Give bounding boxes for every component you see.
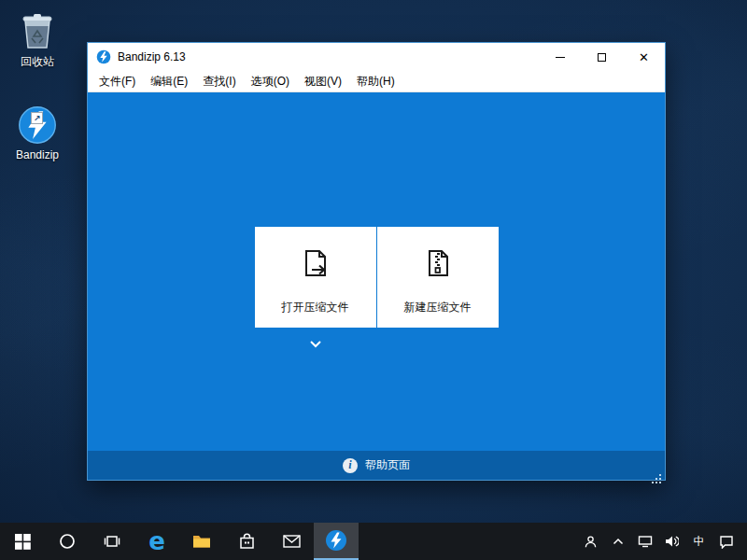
- menu-options[interactable]: 选项(O): [244, 71, 297, 92]
- resize-grip[interactable]: [659, 474, 661, 476]
- help-page-button[interactable]: i 帮助页面: [88, 451, 665, 480]
- desktop-icon-label: 回收站: [21, 54, 54, 70]
- new-archive-label: 新建压缩文件: [404, 300, 472, 315]
- bandizip-window: Bandizip 6.13 ✕ 文件(F) 编辑(E) 查找(I) 选项(O) …: [87, 42, 666, 481]
- action-center-button[interactable]: [712, 523, 740, 560]
- edge-icon: e: [148, 529, 165, 553]
- shortcut-arrow-badge: ↗: [31, 112, 43, 124]
- menu-view[interactable]: 视图(V): [297, 71, 349, 92]
- windows-start-icon: [15, 534, 31, 550]
- task-view-icon: [104, 534, 120, 549]
- people-icon: [584, 535, 598, 549]
- title-bar[interactable]: Bandizip 6.13 ✕: [88, 43, 665, 71]
- file-explorer-icon: [192, 534, 211, 549]
- desktop-icon-recycle-bin[interactable]: 回收站: [2, 9, 73, 70]
- menu-find[interactable]: 查找(I): [195, 71, 243, 92]
- speaker-icon: [665, 535, 679, 548]
- volume-button[interactable]: [658, 523, 685, 560]
- desktop-icon-label: Bandizip: [16, 148, 59, 161]
- menu-edit[interactable]: 编辑(E): [143, 71, 195, 92]
- maximize-icon: [598, 53, 606, 62]
- minimize-button[interactable]: [539, 43, 581, 71]
- store-button[interactable]: [224, 523, 269, 560]
- maximize-button[interactable]: [581, 43, 623, 71]
- new-archive-icon: [417, 245, 458, 287]
- store-bag-icon: [239, 533, 255, 550]
- cortana-search-button[interactable]: [45, 523, 90, 560]
- bandizip-taskbar-icon: [325, 529, 347, 552]
- minimize-icon: [556, 57, 565, 58]
- show-hidden-icons-button[interactable]: [604, 523, 631, 560]
- chevron-up-icon: [613, 538, 624, 545]
- menu-file[interactable]: 文件(F): [92, 71, 143, 92]
- file-explorer-button[interactable]: [179, 523, 224, 560]
- network-ethernet-icon: [638, 535, 653, 548]
- taskbar-empty-area: [359, 523, 577, 560]
- menu-help[interactable]: 帮助(H): [349, 71, 402, 92]
- taskbar: e: [0, 523, 747, 560]
- cortana-circle-icon: [59, 533, 76, 550]
- menu-bar: 文件(F) 编辑(E) 查找(I) 选项(O) 视图(V) 帮助(H): [88, 71, 665, 92]
- task-view-button[interactable]: [90, 523, 134, 560]
- mail-envelope-icon: [283, 535, 301, 548]
- desktop: 回收站 ↗ Bandizip Bandizip 6.13 ✕: [0, 0, 747, 560]
- new-archive-button[interactable]: 新建压缩文件: [377, 227, 499, 328]
- open-archive-dropdown-chevron-icon[interactable]: [309, 340, 322, 348]
- info-icon: i: [343, 458, 358, 473]
- open-archive-label: 打开压缩文件: [282, 300, 349, 315]
- desktop-icon-bandizip[interactable]: ↗ Bandizip: [2, 105, 73, 161]
- help-page-label: 帮助页面: [365, 457, 410, 473]
- people-button[interactable]: [577, 523, 604, 560]
- mail-button[interactable]: [269, 523, 314, 560]
- recycle-bin-icon: [18, 9, 57, 50]
- bandizip-titlebar-icon: [96, 49, 111, 64]
- close-button[interactable]: ✕: [623, 43, 665, 71]
- input-method-indicator[interactable]: 中: [685, 523, 712, 560]
- open-archive-icon: [295, 245, 336, 287]
- window-title: Bandizip 6.13: [118, 50, 539, 63]
- start-button[interactable]: [0, 523, 45, 560]
- action-center-icon: [719, 535, 734, 549]
- window-content: 打开压缩文件 新建压缩文件: [88, 92, 665, 451]
- edge-browser-button[interactable]: e: [134, 523, 179, 560]
- taskbar-bandizip-button[interactable]: [314, 523, 359, 560]
- open-archive-button[interactable]: 打开压缩文件: [255, 227, 376, 328]
- network-status-button[interactable]: [631, 523, 658, 560]
